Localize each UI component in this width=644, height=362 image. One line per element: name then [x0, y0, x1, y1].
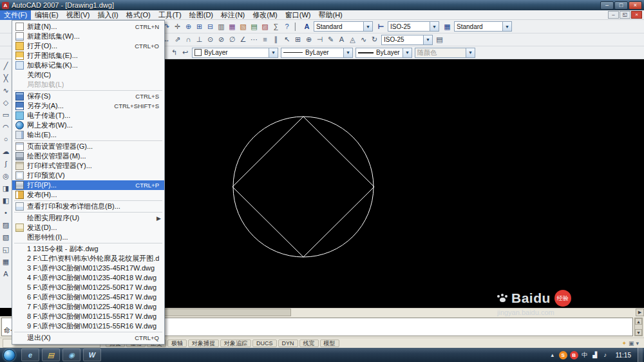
file-menu-item[interactable]: 打印(P)...CTRL+P — [12, 180, 164, 190]
circle-entity[interactable] — [233, 117, 374, 257]
gradient-icon[interactable]: ▧ — [0, 232, 12, 243]
windows-explorer-taskbar-button[interactable]: ▤ — [42, 348, 60, 361]
polyline-icon[interactable]: ∿ — [0, 85, 12, 97]
markup-set-manager-icon[interactable]: ▨ — [260, 21, 270, 32]
mdi-restore-button[interactable]: ◱ — [620, 11, 630, 19]
text-style-combo[interactable]: Standard ▼ — [314, 21, 373, 32]
status-toggle[interactable]: DUCS — [252, 339, 277, 347]
properties-icon[interactable]: ▥ — [216, 21, 227, 32]
status-toggle[interactable]: 极轴 — [167, 339, 187, 347]
sheet-set-manager-icon[interactable]: ▤ — [249, 21, 260, 32]
file-menu-item[interactable]: 页面设置管理器(G)... — [12, 142, 164, 151]
point-icon[interactable]: • — [0, 207, 12, 219]
tolerance-icon[interactable]: ⊞ — [292, 34, 303, 45]
dropdown-arrow-icon[interactable]: ▼ — [502, 22, 511, 31]
file-menu-item[interactable]: 发送(D)... — [12, 223, 164, 233]
word-taskbar-button[interactable]: W — [83, 348, 101, 361]
lineweight-combo[interactable]: ByLayer ▼ — [355, 48, 412, 58]
menu-item[interactable]: 绘图(D) — [185, 10, 217, 20]
file-menu-item[interactable]: 3 F:\原件\3C胎侧\M01\235-45R17W.dwg — [12, 263, 164, 273]
dim-style-combo-2[interactable]: ISO-25 ▼ — [381, 35, 433, 45]
dim-text-edit-icon[interactable]: A — [336, 34, 347, 45]
dim-style-icon[interactable]: ⊢ — [375, 21, 386, 32]
file-menu-item[interactable]: 电子传递(T)... — [12, 111, 164, 120]
insert-block-icon[interactable]: ◨ — [0, 183, 12, 195]
menu-item[interactable]: 帮助(H) — [315, 10, 346, 20]
ellipse-icon[interactable]: ◎ — [0, 171, 12, 182]
center-mark-icon[interactable]: ⊕ — [303, 34, 314, 45]
hidden-icons-icon[interactable]: ▴ — [549, 351, 556, 359]
quick-dimension-icon[interactable]: ⋯ — [249, 34, 260, 45]
menu-item[interactable]: 编辑(E) — [31, 10, 62, 20]
dim-update-icon[interactable]: ↻ — [369, 34, 380, 45]
scroll-up-icon[interactable]: ▲ — [635, 318, 642, 325]
dropdown-arrow-icon[interactable]: ▼ — [269, 48, 278, 57]
dim-jog-line-icon[interactable]: ∿ — [358, 34, 369, 45]
dropdown-arrow-icon[interactable]: ▼ — [430, 22, 439, 31]
file-menu-item[interactable]: 绘图实用程序(U)▶ — [12, 213, 164, 223]
menu-item[interactable]: 文件(F) — [0, 10, 31, 20]
mdi-minimize-button[interactable]: – — [608, 11, 619, 19]
menu-item[interactable]: 视图(V) — [62, 10, 94, 20]
command-scrollbar[interactable]: ▲ ▼ — [634, 318, 643, 336]
make-object-layer-current-icon[interactable]: ↰ — [169, 47, 180, 58]
dropdown-arrow-icon[interactable]: ▼ — [363, 22, 372, 31]
dim-aligned-icon[interactable]: ⇗ — [172, 34, 183, 45]
status-toggle[interactable]: 对象追踪 — [220, 339, 251, 347]
quickcalc-icon[interactable]: ∑ — [270, 21, 281, 32]
media-player-taskbar-button[interactable]: ◉ — [62, 348, 80, 361]
layer-previous-icon[interactable]: ↩ — [180, 47, 191, 58]
dim-inspect-icon[interactable]: ◬ — [347, 34, 358, 45]
dropdown-arrow-icon[interactable]: ▼ — [423, 35, 432, 44]
file-menu-item[interactable]: 打印样式管理器(Y)... — [12, 161, 164, 171]
file-menu-item[interactable]: 绘图仪管理器(M)... — [12, 151, 164, 161]
inscribed-square-entity[interactable] — [232, 117, 374, 257]
menu-item[interactable]: 插入(I) — [93, 10, 122, 20]
make-block-icon[interactable]: ◧ — [0, 195, 12, 207]
file-menu-item[interactable]: 7 F:\原件\3C胎侧\M01\225-40R18 W.dwg — [12, 302, 164, 312]
status-toggle[interactable]: 模型 — [320, 339, 339, 347]
hatch-icon[interactable]: ▨ — [0, 220, 12, 231]
dim-radius-icon[interactable]: ⊙ — [205, 34, 216, 45]
file-menu-item[interactable]: 新建图纸集(W)... — [12, 32, 164, 41]
internet-explorer-taskbar-button[interactable]: e — [21, 348, 39, 361]
rectangle-icon[interactable]: ▭ — [0, 110, 12, 121]
file-menu-item[interactable]: 新建(N)...CTRL+N — [12, 22, 164, 32]
toolbar-grip[interactable] — [294, 23, 298, 31]
dropdown-arrow-icon[interactable]: ▼ — [343, 48, 352, 57]
status-toggle[interactable]: 对象捕捉 — [188, 339, 219, 347]
language-indicator-icon[interactable]: 中 — [581, 351, 589, 359]
table-style-combo[interactable]: Standard ▼ — [454, 21, 512, 32]
polygon-icon[interactable]: ◇ — [0, 97, 12, 109]
dim-break-icon[interactable]: ⊣ — [314, 34, 325, 45]
file-menu-item[interactable]: 2 F:\工作\资料\韩东\外轮廓及花纹展开图.dwg — [12, 254, 164, 263]
dim-baseline-icon[interactable]: ≡ — [260, 34, 270, 45]
show-desktop-button[interactable] — [638, 348, 643, 362]
status-menu-arrow-icon[interactable]: ▾ — [636, 340, 639, 347]
file-menu-item[interactable]: 另存为(A)...CTRL+SHIFT+S — [12, 101, 164, 111]
scroll-right-icon[interactable]: ▶ — [636, 309, 644, 316]
dim-style-manager-icon[interactable]: ▤ — [434, 34, 445, 45]
toolbar-lock-icon[interactable]: ▣ — [629, 340, 634, 347]
spline-icon[interactable]: ∫ — [0, 158, 12, 170]
menu-item[interactable]: 工具(T) — [155, 10, 185, 20]
baidu-guard-icon[interactable]: B — [570, 351, 578, 359]
file-menu-item[interactable]: 打印预览(V) — [12, 171, 164, 180]
dim-edit-icon[interactable]: ✎ — [325, 34, 336, 45]
zoom-realtime-icon[interactable]: ⊕ — [183, 21, 194, 32]
dim-jogged-icon[interactable]: ⊘ — [216, 34, 227, 45]
zoom-window-icon[interactable]: ⊞ — [194, 21, 205, 32]
region-icon[interactable]: ◱ — [0, 244, 12, 256]
pan-icon[interactable]: ✛ — [172, 21, 183, 32]
file-menu-item[interactable]: 8 F:\原件\3C胎侧\M01\215-55R17 W.dwg — [12, 312, 164, 321]
text-style-icon[interactable]: A — [301, 21, 312, 32]
status-toggle[interactable]: 线宽 — [299, 339, 319, 347]
dim-continue-icon[interactable]: ∥ — [270, 34, 281, 45]
maximize-button[interactable]: □ — [614, 1, 628, 10]
arc-icon[interactable]: ◠ — [0, 122, 12, 133]
line-icon[interactable]: ╱ — [0, 61, 12, 72]
network-icon[interactable]: ▟ — [591, 351, 599, 359]
file-menu-item[interactable]: 5 F:\原件\3C胎侧\M01\225-50R17 W.dwg — [12, 283, 164, 292]
close-button[interactable]: × — [629, 1, 642, 10]
linetype-combo[interactable]: ByLayer ▼ — [281, 48, 353, 58]
